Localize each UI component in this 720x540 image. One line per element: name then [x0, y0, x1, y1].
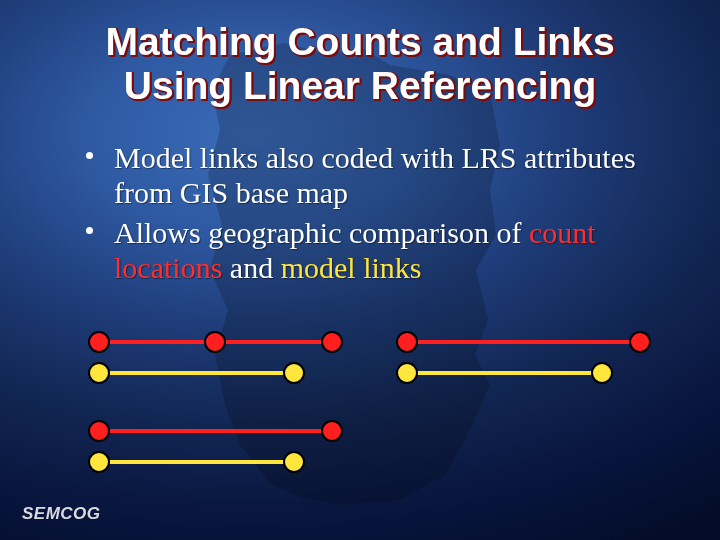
link-node-icon [396, 331, 418, 353]
slide-title: Matching Counts and Links Using Linear R… [0, 20, 720, 107]
title-line-2: Using Linear Referencing [124, 64, 596, 107]
link-node-icon [629, 331, 651, 353]
link-node-icon [321, 331, 343, 353]
link-node-icon [283, 451, 305, 473]
link-node-icon [321, 420, 343, 442]
link-yellow-upper-left [99, 370, 294, 376]
semcog-logo: SEMCOG [22, 504, 101, 524]
link-line [99, 429, 332, 433]
link-yellow-upper-right [407, 370, 602, 376]
link-red-lower-left [99, 428, 332, 434]
link-node-icon [204, 331, 226, 353]
link-yellow-lower-left [99, 459, 294, 465]
bullet-2: Allows geographic comparison of count lo… [80, 215, 660, 286]
slide: Matching Counts and Links Using Linear R… [0, 0, 720, 540]
bullet-1-text: Model links also coded with LRS attribut… [114, 141, 636, 209]
bullet-2-pre: Allows geographic comparison of [114, 216, 529, 249]
link-red-upper-left [99, 339, 332, 345]
link-node-icon [88, 362, 110, 384]
link-node-icon [88, 420, 110, 442]
bullet-dot-icon [86, 152, 93, 159]
link-node-icon [396, 362, 418, 384]
bullet-1: Model links also coded with LRS attribut… [80, 140, 660, 211]
link-node-icon [88, 331, 110, 353]
bullet-2-highlight-2: model links [281, 251, 422, 284]
link-node-icon [283, 362, 305, 384]
body-text: Model links also coded with LRS attribut… [80, 140, 660, 290]
link-node-icon [88, 451, 110, 473]
bullet-2-mid: and [222, 251, 280, 284]
link-line [99, 340, 332, 344]
link-line [99, 371, 294, 375]
link-line [99, 460, 294, 464]
link-line [407, 340, 640, 344]
link-node-icon [591, 362, 613, 384]
link-line [407, 371, 602, 375]
title-line-1: Matching Counts and Links [105, 20, 614, 63]
bullet-dot-icon [86, 227, 93, 234]
link-red-upper-right [407, 339, 640, 345]
